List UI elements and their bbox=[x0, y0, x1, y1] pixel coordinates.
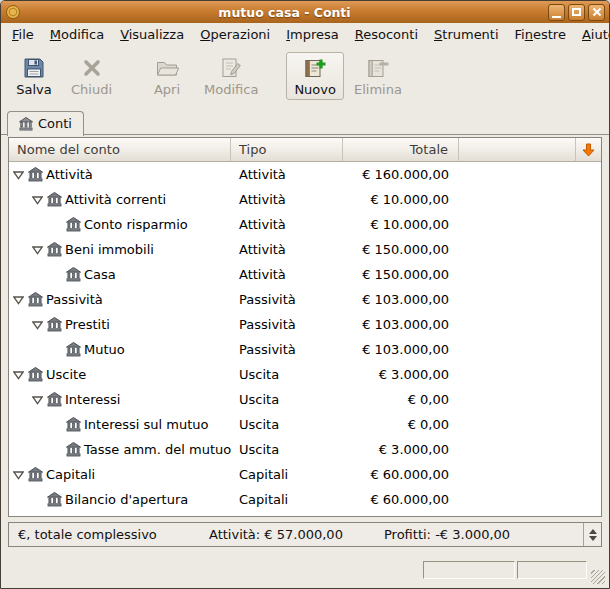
account-total: € 0,00 bbox=[343, 392, 459, 407]
table-row[interactable]: Mutuo Passività € 103.000,00 bbox=[9, 337, 601, 362]
table-row[interactable]: Attività correnti Attività € 10.000,00 bbox=[9, 187, 601, 212]
account-icon bbox=[66, 442, 81, 457]
expander-icon[interactable] bbox=[11, 295, 25, 305]
column-header-total[interactable]: Totale bbox=[343, 138, 459, 162]
table-row[interactable]: Attività Attività € 160.000,00 bbox=[9, 162, 601, 187]
table-row[interactable]: Bilancio d'apertura Capitali € 60.000,00 bbox=[9, 487, 601, 512]
save-icon bbox=[22, 56, 46, 80]
account-type: Attività bbox=[231, 167, 343, 182]
expander-icon[interactable] bbox=[30, 195, 44, 205]
menu-item-strumenti[interactable]: Strumenti bbox=[426, 23, 507, 48]
maximize-button[interactable] bbox=[568, 4, 585, 21]
expander-icon[interactable] bbox=[11, 370, 25, 380]
account-icon bbox=[47, 192, 62, 207]
table-header-row: Nome del conto Tipo Totale bbox=[9, 138, 601, 162]
menu-item-operazioni[interactable]: Operazioni bbox=[192, 23, 278, 48]
table-row[interactable]: Uscite Uscita € 3.000,00 bbox=[9, 362, 601, 387]
delete-account-button[interactable]: Elimina bbox=[346, 52, 410, 100]
delete-account-icon bbox=[366, 56, 390, 80]
status-frame-1 bbox=[423, 561, 515, 579]
menu-item-aiuto[interactable]: Aiuto bbox=[574, 23, 610, 48]
account-type: Passività bbox=[231, 292, 343, 307]
account-icon bbox=[66, 217, 81, 232]
menu-label-post: ile bbox=[19, 27, 34, 42]
accounts-icon bbox=[19, 117, 33, 131]
account-name-cell: Prestiti bbox=[9, 317, 231, 332]
toolbar-button-label: Chiudi bbox=[71, 82, 112, 97]
close-icon bbox=[592, 7, 602, 17]
table-row[interactable]: Interessi Uscita € 0,00 bbox=[9, 387, 601, 412]
table-row[interactable]: Capitali Capitali € 60.000,00 bbox=[9, 462, 601, 487]
table-row[interactable]: Prestiti Passività € 103.000,00 bbox=[9, 312, 601, 337]
table-row[interactable]: Tasse amm. del mutuo Uscita € 3.000,00 bbox=[9, 437, 601, 462]
account-type: Capitali bbox=[231, 492, 343, 507]
minimize-icon bbox=[552, 16, 561, 18]
menu-item-visualizza[interactable]: Visualizza bbox=[112, 23, 192, 48]
table-row[interactable]: Beni immobili Attività € 150.000,00 bbox=[9, 237, 601, 262]
edit-account-button[interactable]: Modifica bbox=[196, 52, 266, 100]
close-button[interactable] bbox=[588, 4, 605, 21]
menu-item-impresa[interactable]: Impresa bbox=[278, 23, 347, 48]
open-account-icon bbox=[155, 56, 179, 80]
summary-profits: Profitti: -€ 3.000,00 bbox=[384, 527, 583, 542]
menu-item-modifica[interactable]: Modifica bbox=[42, 23, 112, 48]
account-icon bbox=[28, 467, 43, 482]
menu-label-post: mpresa bbox=[290, 27, 339, 42]
account-name: Beni immobili bbox=[65, 242, 154, 257]
menu-label-accel: V bbox=[120, 27, 129, 42]
toolbar-button-label: Modifica bbox=[204, 82, 258, 97]
column-options-button[interactable] bbox=[575, 138, 601, 162]
account-icon bbox=[47, 492, 62, 507]
account-name-cell: Beni immobili bbox=[9, 242, 231, 257]
expander-icon[interactable] bbox=[30, 245, 44, 255]
minimize-button[interactable] bbox=[548, 4, 565, 21]
menu-label-post: iuto bbox=[591, 27, 610, 42]
gnucash-window: mutuo casa - Conti FileModificaVisualizz… bbox=[0, 0, 610, 589]
close-tab-button[interactable]: Chiudi bbox=[63, 52, 120, 100]
column-header-name[interactable]: Nome del conto bbox=[9, 138, 231, 162]
toolbar-button-label: Elimina bbox=[354, 82, 402, 97]
save-button[interactable]: Salva bbox=[7, 52, 61, 100]
column-header-filler bbox=[459, 138, 575, 162]
menu-item-file[interactable]: File bbox=[4, 23, 42, 48]
account-total: € 150.000,00 bbox=[343, 242, 459, 257]
account-total: € 3.000,00 bbox=[343, 367, 459, 382]
account-name: Interessi sul mutuo bbox=[84, 417, 208, 432]
account-type: Passività bbox=[231, 317, 343, 332]
expander-icon[interactable] bbox=[30, 320, 44, 330]
account-name-cell: Passività bbox=[9, 292, 231, 307]
toolbar-button-label: Apri bbox=[154, 82, 180, 97]
account-name: Prestiti bbox=[65, 317, 110, 332]
account-total: € 150.000,00 bbox=[343, 267, 459, 282]
orange-down-arrow-icon bbox=[582, 143, 595, 157]
table-row[interactable]: Interessi sul mutuo Uscita € 0,00 bbox=[9, 412, 601, 437]
expander-icon[interactable] bbox=[11, 170, 25, 180]
summary-stepper[interactable] bbox=[583, 523, 601, 546]
menu-item-finestre[interactable]: Finestre bbox=[507, 23, 574, 48]
titlebar[interactable]: mutuo casa - Conti bbox=[1, 1, 609, 23]
expander-icon[interactable] bbox=[11, 470, 25, 480]
column-header-type[interactable]: Tipo bbox=[231, 138, 343, 162]
account-type: Capitali bbox=[231, 467, 343, 482]
stepper-down-icon bbox=[589, 536, 597, 541]
menu-label-post: estre bbox=[533, 27, 566, 42]
account-type: Attività bbox=[231, 242, 343, 257]
table-row[interactable]: Passività Passività € 103.000,00 bbox=[9, 287, 601, 312]
table-row[interactable]: Conto risparmio Attività € 10.000,00 bbox=[9, 212, 601, 237]
maximize-icon bbox=[572, 8, 581, 16]
table-row[interactable]: Casa Attività € 150.000,00 bbox=[9, 262, 601, 287]
resize-grip-icon[interactable] bbox=[591, 570, 605, 584]
account-name-cell: Interessi bbox=[9, 392, 231, 407]
menu-item-resoconti[interactable]: Resoconti bbox=[347, 23, 426, 48]
statusbar bbox=[1, 552, 609, 588]
account-name: Bilancio d'apertura bbox=[65, 492, 188, 507]
summary-scope: €, totale complessivo bbox=[9, 527, 209, 542]
account-name: Uscite bbox=[46, 367, 86, 382]
account-icon bbox=[47, 317, 62, 332]
tab-conti[interactable]: Conti bbox=[7, 111, 84, 136]
expander-icon[interactable] bbox=[30, 395, 44, 405]
status-frame-2 bbox=[517, 561, 587, 579]
new-account-button[interactable]: Nuovo bbox=[286, 52, 344, 100]
open-account-button[interactable]: Apri bbox=[140, 52, 194, 100]
account-name-cell: Conto risparmio bbox=[9, 217, 231, 232]
